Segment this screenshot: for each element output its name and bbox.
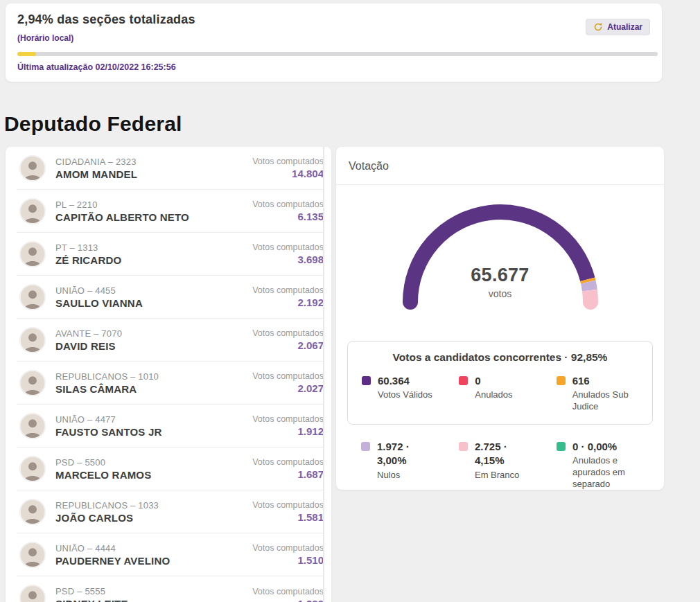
candidate-info: UNIÃO – 4455 SAULLO VIANNA — [55, 285, 143, 309]
votes-computed-label: Votos computados — [252, 457, 324, 467]
legend-texts: 60.364 Votos Válidos — [378, 374, 432, 413]
candidate-party-number: AVANTE – 7070 — [55, 328, 122, 339]
votes-computed-value: 14.804 — [252, 168, 324, 179]
candidate-votes: Votos computados 1.510 — [252, 543, 324, 566]
concorrentes-title: Votos a candidatos concorrentes · 92,85% — [362, 351, 638, 364]
votes-computed-label: Votos computados — [252, 371, 324, 381]
candidate-row[interactable]: AVANTE – 7070 DAVID REIS Votos computado… — [17, 319, 324, 362]
candidate-name: PAUDERNEY AVELINO — [55, 555, 170, 567]
legend-label: Anulados — [475, 389, 512, 401]
votes-computed-label: Votos computados — [252, 500, 324, 510]
candidate-info: PSD – 5500 MARCELO RAMOS — [55, 457, 151, 481]
candidate-row[interactable]: UNIÃO – 4477 FAUSTO SANTOS JR Votos comp… — [17, 405, 324, 448]
candidate-row[interactable]: CIDADANIA – 2323 AMOM MANDEL Votos compu… — [17, 147, 324, 190]
legend-texts: 616 Anulados Sub Judice — [572, 374, 638, 413]
legend-texts: 0 · 0,00% Anulados e apurados em separad… — [572, 440, 639, 490]
candidate-row[interactable]: PSD – 5500 MARCELO RAMOS Votos computado… — [17, 448, 324, 490]
candidate-name: SAULLO VIANNA — [55, 297, 143, 309]
candidate-party-number: PSD – 5555 — [55, 586, 128, 596]
candidate-party-number: UNIÃO – 4477 — [55, 414, 162, 425]
legend-label: Nulos — [377, 470, 441, 481]
candidate-info: UNIÃO – 4444 PAUDERNEY AVELINO — [55, 543, 170, 567]
votes-computed-label: Votos computados — [252, 587, 324, 596]
votes-computed-value: 1.687 — [252, 468, 324, 480]
legend-value: 2.725 · 4,15% — [475, 440, 539, 468]
gauge-chart — [396, 198, 604, 310]
legend-color-swatch — [362, 376, 371, 385]
votes-computed-value: 2.027 — [252, 382, 324, 394]
concorrentes-box: Votos a candidatos concorrentes · 92,85%… — [347, 341, 653, 425]
candidate-votes: Votos computados 2.192 — [252, 285, 324, 308]
candidate-avatar — [19, 456, 46, 482]
legend-item: 616 Anulados Sub Judice — [557, 374, 638, 413]
candidate-row[interactable]: UNIÃO – 4455 SAULLO VIANNA Votos computa… — [17, 276, 324, 319]
votes-computed-value: 2.192 — [252, 296, 324, 308]
votes-computed-value: 1.912 — [252, 425, 324, 437]
page: 2,94% das seções totalizadas (Horário lo… — [0, 0, 700, 602]
legend-value: 616 — [572, 374, 636, 388]
legend-value: 0 · 0,00% — [572, 440, 636, 454]
votes-computed-label: Votos computados — [252, 242, 324, 252]
candidate-votes: Votos computados 1.581 — [252, 500, 324, 523]
candidate-row[interactable]: REPUBLICANOS – 1010 SILAS CÂMARA Votos c… — [17, 362, 324, 405]
candidate-party-number: REPUBLICANOS – 1033 — [55, 500, 159, 511]
candidate-name: ZÉ RICARDO — [55, 254, 121, 266]
legend-label: Votos Válidos — [378, 389, 432, 401]
person-icon — [21, 242, 44, 266]
candidate-votes: Votos computados 1.389 — [252, 587, 324, 602]
votes-computed-label: Votos computados — [252, 200, 324, 209]
candidate-votes: Votos computados 2.027 — [252, 371, 324, 394]
votes-computed-label: Votos computados — [252, 157, 324, 166]
votacao-title: Votação — [336, 147, 664, 185]
totalization-progress-fill — [17, 52, 36, 56]
person-icon — [21, 457, 44, 481]
last-update-text: Última atualização 02/10/2022 16:25:56 — [17, 62, 651, 72]
legend-value: 60.364 — [378, 374, 432, 388]
candidate-row[interactable]: PL – 2210 CAPITÃO ALBERTO NETO Votos com… — [17, 190, 324, 233]
candidate-info: PL – 2210 CAPITÃO ALBERTO NETO — [55, 200, 189, 223]
legend-texts: 2.725 · 4,15% Em Branco — [475, 440, 539, 490]
candidate-avatar — [19, 284, 46, 310]
legend-color-swatch — [361, 442, 370, 451]
candidate-row[interactable]: PT – 1313 ZÉ RICARDO Votos computados 3.… — [17, 233, 324, 276]
candidate-info: PSD – 5555 SIDNEY LEITE — [55, 586, 128, 602]
votes-computed-value: 1.581 — [252, 511, 324, 523]
person-icon — [21, 200, 44, 223]
refresh-icon — [593, 22, 603, 32]
candidate-name: DAVID REIS — [55, 340, 122, 352]
votes-computed-value: 6.135 — [252, 211, 324, 222]
legend-row-2: 1.972 · 3,00% Nulos 2.725 · 4,15% Em Bra… — [361, 440, 639, 490]
candidate-row[interactable]: PSD – 5555 SIDNEY LEITE Votos computados… — [17, 576, 324, 602]
legend-color-swatch — [459, 442, 468, 451]
candidate-party-number: PSD – 5500 — [55, 457, 151, 468]
votes-computed-value: 2.067 — [252, 339, 324, 351]
candidate-info: AVANTE – 7070 DAVID REIS — [55, 328, 122, 352]
candidate-party-number: REPUBLICANOS – 1010 — [55, 371, 159, 382]
candidate-info: REPUBLICANOS – 1033 JOÃO CARLOS — [55, 500, 159, 524]
candidate-votes: Votos computados 1.912 — [252, 414, 324, 437]
legend-color-swatch — [459, 376, 468, 385]
candidate-info: UNIÃO – 4477 FAUSTO SANTOS JR — [55, 414, 162, 438]
person-icon — [21, 543, 44, 567]
votes-computed-label: Votos computados — [252, 285, 324, 295]
candidate-info: REPUBLICANOS – 1010 SILAS CÂMARA — [55, 371, 159, 395]
votes-gauge: 65.677 votos — [396, 198, 604, 310]
totalization-progress-track — [17, 52, 658, 56]
candidate-avatar — [19, 542, 46, 568]
candidate-row[interactable]: UNIÃO – 4444 PAUDERNEY AVELINO Votos com… — [17, 533, 324, 576]
legend-label: Em Branco — [475, 470, 539, 481]
candidate-votes: Votos computados 1.687 — [252, 457, 324, 480]
votes-computed-label: Votos computados — [252, 328, 324, 338]
refresh-button[interactable]: Atualizar — [586, 19, 650, 35]
candidate-name: JOÃO CARLOS — [55, 512, 159, 524]
scrollbar[interactable] — [323, 147, 324, 602]
legend-label: Anulados e apurados em separado — [572, 455, 639, 490]
candidate-row[interactable]: REPUBLICANOS – 1033 JOÃO CARLOS Votos co… — [17, 490, 324, 533]
page-title: Deputado Federal — [4, 112, 700, 136]
candidate-avatar — [19, 241, 46, 267]
legend-item: 0 · 0,00% Anulados e apurados em separad… — [557, 440, 639, 490]
votes-computed-value: 1.510 — [252, 554, 324, 566]
person-icon — [21, 285, 44, 309]
candidate-party-number: PL – 2210 — [55, 200, 189, 210]
totalization-title: 2,94% das seções totalizadas — [17, 12, 651, 27]
